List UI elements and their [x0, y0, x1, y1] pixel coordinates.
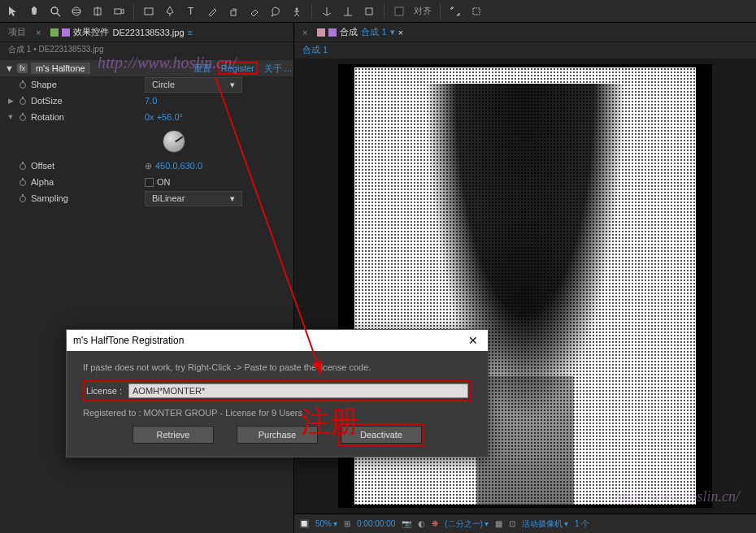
- grid-icon[interactable]: ⊡: [509, 519, 515, 528]
- time-display[interactable]: 0:00:00:00: [357, 519, 395, 528]
- prop-offset-value[interactable]: 450.0,630.0: [155, 161, 202, 171]
- svg-point-31: [20, 164, 26, 170]
- prop-shape-label: Shape: [31, 80, 145, 89]
- zoom-tool-icon[interactable]: [46, 2, 65, 20]
- tab-project[interactable]: 项目: [8, 26, 26, 38]
- tab-close-icon[interactable]: ×: [398, 28, 403, 37]
- prop-dotsize: ▶ DotSize 7.0: [0, 93, 293, 109]
- stopwatch-icon[interactable]: [18, 96, 28, 106]
- stopwatch-icon[interactable]: [18, 161, 28, 171]
- breadcrumb: 合成 1 • DE223138533.jpg: [0, 42, 293, 58]
- selection-tool-icon[interactable]: [3, 2, 23, 20]
- camera-dropdown[interactable]: 活动摄像机 ▾: [522, 518, 568, 530]
- text-tool-icon[interactable]: T: [181, 2, 201, 20]
- prop-sampling-label: Sampling: [31, 193, 145, 203]
- views-dropdown[interactable]: 1 个: [575, 518, 589, 530]
- dialog-hint: If paste does not work, try Right-Click …: [83, 362, 471, 372]
- rotate-tool-icon[interactable]: [88, 2, 107, 20]
- dialog-titlebar[interactable]: m's HalfTone Registration ✕: [67, 330, 488, 351]
- effect-section: ▼ fx m's Halftone 重置 Register 关于 ... Sha…: [0, 58, 293, 208]
- effect-header: ▼ fx m's Halftone 重置 Register 关于 ...: [0, 60, 293, 76]
- breadcrumb-file[interactable]: DE223138533.jpg: [38, 45, 103, 54]
- svg-line-14: [297, 14, 299, 16]
- orbit-tool-icon[interactable]: [67, 2, 86, 20]
- expand-icon[interactable]: [445, 2, 465, 20]
- stopwatch-icon[interactable]: [18, 112, 28, 122]
- separator: [133, 4, 134, 19]
- prop-rotation-value[interactable]: 0x +56.0°: [145, 112, 183, 122]
- brush-tool-icon[interactable]: [202, 2, 222, 20]
- alpha-checkbox[interactable]: [145, 178, 154, 187]
- zoom-level[interactable]: 50% ▾: [315, 519, 337, 528]
- close-icon[interactable]: ✕: [465, 334, 481, 347]
- resolution-dropdown[interactable]: (二分之一) ▾: [445, 518, 489, 530]
- snap-checkbox[interactable]: [389, 2, 409, 20]
- tab-effects[interactable]: 效果控件 DE223138533.jpg ≡: [50, 26, 193, 38]
- camera-tool-icon[interactable]: [109, 2, 128, 20]
- tab-composition[interactable]: 合成 合成 1 ▾ ×: [317, 26, 403, 38]
- pen-tool-icon[interactable]: [160, 2, 180, 20]
- clone-tool-icon[interactable]: [224, 2, 243, 20]
- axis-view-icon[interactable]: [359, 2, 379, 20]
- eraser-tool-icon[interactable]: [245, 2, 264, 20]
- prop-dotsize-value[interactable]: 7.0: [145, 96, 157, 106]
- prop-shape-value[interactable]: Circle▾: [145, 77, 242, 93]
- prop-alpha-label: Alpha: [31, 177, 145, 187]
- channel-icon[interactable]: ◐: [418, 519, 425, 528]
- effect-twirl-icon[interactable]: ▼: [5, 63, 14, 73]
- svg-rect-26: [22, 80, 24, 82]
- color-icon[interactable]: ❋: [432, 519, 438, 528]
- fx-badge[interactable]: fx: [17, 63, 28, 73]
- region-icon[interactable]: ▦: [495, 519, 502, 528]
- crosshair-icon[interactable]: ⊕: [145, 161, 152, 171]
- prop-shape: Shape Circle▾: [0, 76, 293, 93]
- retrieve-button[interactable]: Retrieve: [133, 426, 214, 444]
- tab-close-icon[interactable]: ×: [36, 28, 41, 37]
- deactivate-button[interactable]: Deactivate: [341, 426, 422, 444]
- hand-tool-icon[interactable]: [24, 2, 44, 20]
- axis-local-icon[interactable]: [317, 2, 337, 20]
- purchase-button[interactable]: Purchase: [237, 426, 318, 444]
- chevron-down-icon: ▾: [230, 80, 235, 90]
- license-row: License :: [83, 380, 471, 401]
- roto-tool-icon[interactable]: [266, 2, 285, 20]
- registered-to: Registered to : MONTER GROUP - License f…: [83, 408, 471, 418]
- rect-tool-icon[interactable]: [139, 2, 159, 20]
- svg-rect-30: [22, 113, 24, 115]
- svg-line-1: [57, 13, 60, 16]
- comp-breadcrumb-link[interactable]: 合成 1: [302, 45, 328, 54]
- snapshot-icon[interactable]: 📷: [402, 519, 411, 528]
- prop-sampling-value[interactable]: BiLinear▾: [145, 191, 242, 206]
- license-input[interactable]: [128, 384, 468, 398]
- license-label: License :: [86, 386, 122, 396]
- svg-point-2: [72, 7, 80, 15]
- breadcrumb-comp[interactable]: 合成 1: [8, 45, 31, 54]
- svg-rect-9: [231, 11, 236, 15]
- puppet-tool-icon[interactable]: [287, 2, 306, 20]
- prop-alpha: Alpha ON: [0, 174, 293, 190]
- stopwatch-icon[interactable]: [18, 193, 28, 203]
- stopwatch-icon[interactable]: [18, 177, 28, 187]
- svg-rect-28: [22, 97, 24, 98]
- tab-close-icon[interactable]: ×: [302, 28, 307, 37]
- separator: [311, 4, 312, 19]
- svg-rect-23: [50, 28, 59, 37]
- axis-world-icon[interactable]: [338, 2, 358, 20]
- register-link[interactable]: Register: [218, 62, 258, 75]
- reset-link[interactable]: 重置: [193, 63, 211, 75]
- svg-rect-38: [328, 28, 337, 37]
- rotation-dial[interactable]: [163, 130, 185, 153]
- effect-name[interactable]: m's Halftone: [31, 63, 90, 74]
- svg-rect-22: [473, 8, 480, 15]
- search-icon[interactable]: [467, 2, 486, 20]
- tab-menu-icon[interactable]: ≡: [188, 28, 193, 37]
- about-link[interactable]: 关于 ...: [264, 63, 292, 75]
- prop-alpha-value: ON: [157, 177, 171, 187]
- snap-label: 对齐: [411, 5, 435, 17]
- tab-effects-file: DE223138533.jpg: [112, 28, 184, 37]
- magnify-icon[interactable]: 🔲: [299, 519, 309, 528]
- stopwatch-icon[interactable]: [18, 80, 28, 89]
- twirl-icon[interactable]: ▶: [8, 97, 14, 105]
- twirl-icon[interactable]: ▼: [7, 113, 15, 121]
- resolution-icon[interactable]: ⊞: [344, 519, 350, 528]
